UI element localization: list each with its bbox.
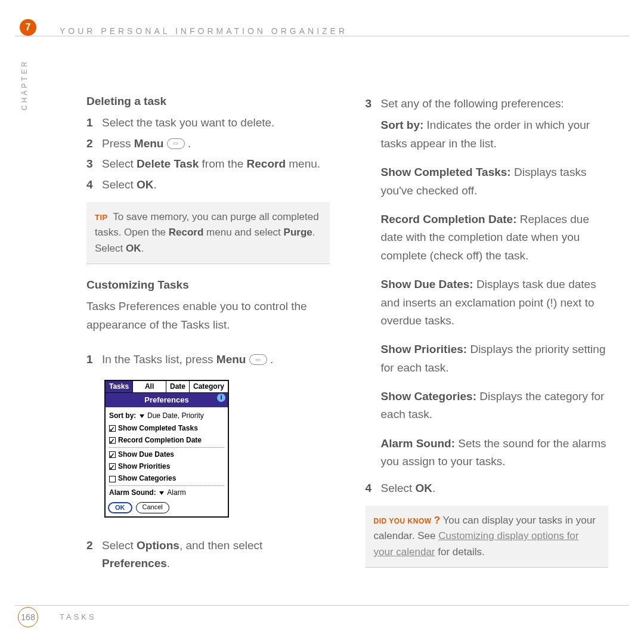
bold-text: Show Categories: [381,390,476,402]
step-number: 2 [86,537,94,573]
dialog-buttons: OK Cancel [106,501,228,516]
step-row-4: 4 Select OK. [86,176,330,194]
bold-text: Show Due Dates: [381,278,473,290]
tab-date[interactable]: Date [166,381,190,392]
chk-completed[interactable]: Show Completed Tasks [109,423,224,434]
text: for details. [435,546,485,558]
label: Sort by: [109,411,136,420]
step-row-r4: 4 Select OK. [366,479,609,497]
label: Record Completion Date [118,436,202,444]
pref-sortby: Sort by: Indicates the order in which yo… [381,116,609,153]
chk-record-date[interactable]: Record Completion Date [109,435,224,446]
dialog-body: Sort by: Due Date, Priority Show Complet… [106,407,228,500]
tab-all[interactable]: All [133,381,166,392]
text: . [432,482,435,494]
chk-priorities[interactable]: Show Priorities [109,461,224,472]
text: . [185,137,191,150]
chapter-number-badge: 7 [20,19,36,36]
step-number: 3 [366,95,373,113]
bold-text: Menu [134,137,164,150]
step-text: Select OK. [102,176,157,194]
step-number: 3 [86,155,94,173]
chk-categories[interactable]: Show Categories [109,473,224,484]
chapter-label: CHAPTER [20,60,29,110]
info-icon[interactable]: i [217,394,225,402]
step-row-2: 2 Press Menu ▭ . [86,135,330,153]
dropdown-arrow-icon [159,491,164,495]
pref-completed: Show Completed Tasks: Displays tasks you… [381,163,609,200]
text: . [141,243,144,254]
checkbox-icon [109,451,116,458]
bold-text: Record [169,227,204,238]
footer-label: TASKS [60,612,97,621]
heading-customize: Customizing Tasks [86,276,330,294]
step-text: Select Options, and then select Preferen… [102,537,330,573]
step-text: Select the task you want to delete. [102,114,274,132]
dyk-label: DID YOU KNOW [374,517,432,525]
menu-icon: ▭ [167,138,185,149]
step-row-c2: 2 Select Options, and then select Prefer… [86,537,330,573]
pref-priorities: Show Priorities: Displays the priority s… [381,340,609,377]
menu-icon: ▭ [249,354,267,365]
dyk-q: ? [434,515,440,526]
step-number: 2 [86,135,94,153]
bold-text: Record [247,157,286,170]
step-row-r3: 3 Set any of the following preferences: [366,95,609,113]
text: Select [102,157,137,170]
step-text: Press Menu ▭ . [102,135,191,153]
text: In the Tasks list, press [102,353,216,366]
alarm-row[interactable]: Alarm Sound: Alarm [109,487,224,499]
chk-due-dates[interactable]: Show Due Dates [109,449,224,460]
ok-button[interactable]: OK [108,502,132,513]
text: from the [199,157,246,170]
text: Select [102,539,137,552]
footer-divider [15,605,629,606]
step-row-1: 1 Select the task you want to delete. [86,114,330,132]
bold-text: Alarm Sound: [381,437,456,450]
tip-label: TIP [95,213,108,222]
text: . [267,353,274,366]
bold-text: OK [137,178,154,191]
separator [109,485,224,486]
bold-text: OK [416,482,433,494]
sortby-row[interactable]: Sort by: Due Date, Priority [109,410,224,422]
left-column: Deleting a task 1 Select the task you wa… [86,92,330,590]
checkbox-icon [109,425,116,432]
step-row-c1: 1 In the Tasks list, press Menu ▭ . [86,351,330,369]
bold-text: Options [137,539,179,552]
step-row-3: 3 Select Delete Task from the Record men… [86,155,330,173]
title-text: Preferences [144,395,188,404]
heading-delete: Deleting a task [86,92,330,110]
tabs-row: Tasks All Date Category [106,381,228,393]
tip-callout: TIP To save memory, you can purge all co… [86,202,330,264]
bold-text: OK [126,243,141,254]
text: menu. [286,157,320,170]
cancel-button[interactable]: Cancel [136,502,169,513]
step-text: Select OK. [381,479,436,497]
bold-text: Purge [284,227,312,238]
text: Select [381,482,416,494]
text: Select [102,178,137,191]
label: Alarm Sound: [109,488,156,497]
bold-text: Menu [216,353,246,366]
tab-tasks[interactable]: Tasks [106,381,133,392]
separator [109,447,224,448]
step-number: 4 [366,479,373,497]
page-content: Deleting a task 1 Select the task you wa… [86,92,608,590]
tab-category[interactable]: Category [190,381,228,392]
did-you-know-callout: DID YOU KNOW? You can display your tasks… [366,506,609,568]
step-text: Select Delete Task from the Record menu. [102,155,320,173]
pref-record-date: Record Completion Date: Replaces due dat… [381,210,609,265]
text: . [154,178,157,191]
checkbox-icon [109,437,116,444]
pref-list: Sort by: Indicates the order in which yo… [381,116,609,470]
label: Show Completed Tasks [118,424,198,432]
bold-text: Show Completed Tasks: [381,166,511,178]
checkbox-icon [109,476,116,482]
preferences-screenshot: Tasks All Date Category Preferences i So… [104,380,229,518]
header-divider [15,36,629,36]
dropdown-arrow-icon [140,414,144,418]
text: menu and select [203,227,283,238]
step-text: Set any of the following preferences: [381,95,564,113]
pref-due-dates: Show Due Dates: Displays task due dates … [381,275,609,330]
